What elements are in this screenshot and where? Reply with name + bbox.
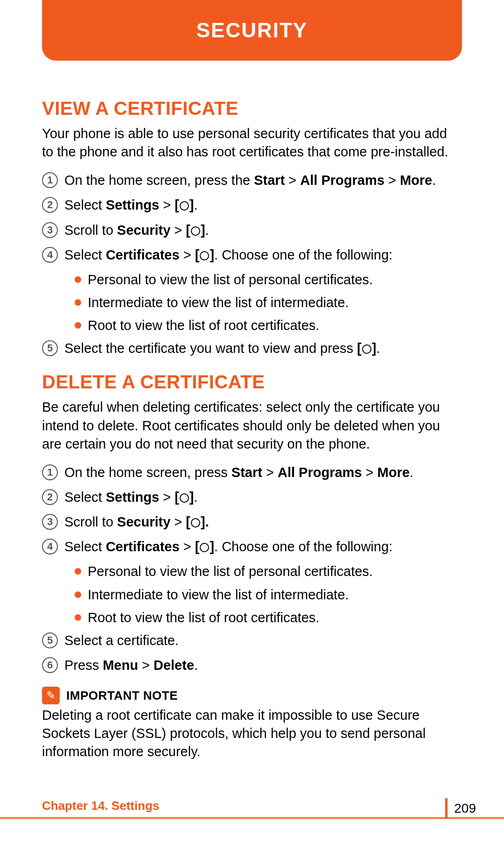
page-number: 209 bbox=[454, 801, 476, 816]
bullet-icon bbox=[75, 322, 81, 329]
t: . Choose one of the following: bbox=[214, 247, 392, 262]
section-heading-view-cert: VIEW A CERTIFICATE bbox=[42, 98, 462, 119]
s2-step-3: 3 Scroll to Security > []. bbox=[42, 513, 462, 531]
step-text: Select Certificates > []. Choose one of … bbox=[64, 246, 392, 264]
bullet-icon bbox=[75, 614, 81, 621]
s2-step-2: 2 Select Settings > []. bbox=[42, 488, 462, 506]
t: Root to view the list of root certificat… bbox=[88, 609, 319, 627]
t: . bbox=[194, 197, 197, 212]
bullet-icon bbox=[75, 276, 81, 283]
t: > bbox=[138, 658, 154, 673]
t: Select bbox=[64, 490, 106, 505]
ok-button-icon bbox=[200, 251, 209, 260]
t: All Programs bbox=[278, 465, 362, 480]
t: > bbox=[180, 539, 195, 554]
t: > bbox=[362, 465, 377, 480]
t: More bbox=[400, 173, 432, 188]
pencil-icon: ✎ bbox=[42, 687, 60, 704]
ok-button-icon bbox=[191, 518, 200, 527]
step-number-icon: 5 bbox=[42, 632, 58, 648]
t: Intermediate to view the list of interme… bbox=[88, 294, 349, 312]
step-text: On the home screen, press the Start > Al… bbox=[64, 171, 436, 190]
t: . Choose one of the following: bbox=[214, 539, 392, 554]
t: [ bbox=[175, 490, 179, 505]
footer-divider-icon bbox=[445, 798, 448, 819]
t: ] bbox=[201, 223, 205, 238]
t: Personal to view the list of personal ce… bbox=[88, 562, 373, 581]
page-title: SECURITY bbox=[196, 19, 308, 42]
s1-step-1: 1 On the home screen, press the Start > … bbox=[42, 171, 462, 190]
list-item: Root to view the list of root certificat… bbox=[75, 316, 462, 335]
t: Security bbox=[117, 223, 170, 238]
step-number-icon: 1 bbox=[42, 464, 58, 480]
t: . bbox=[205, 223, 209, 238]
t: > bbox=[170, 514, 186, 529]
t: [ bbox=[175, 197, 179, 212]
t: Select bbox=[64, 247, 106, 262]
ok-button-icon bbox=[180, 493, 189, 503]
step-number-icon: 3 bbox=[42, 222, 58, 238]
t: Root to view the list of root certificat… bbox=[88, 316, 319, 335]
step-number-icon: 4 bbox=[42, 247, 58, 263]
important-note: ✎ IMPORTANT NOTE Deleting a root certifi… bbox=[42, 687, 462, 761]
s2-step-4-sublist: Personal to view the list of personal ce… bbox=[75, 562, 462, 626]
ok-button-icon bbox=[362, 344, 371, 354]
s1-step-5: 5 Select the certificate you want to vie… bbox=[42, 339, 462, 358]
step-text: On the home screen, press Start > All Pr… bbox=[64, 464, 413, 482]
t: Scroll to bbox=[64, 514, 117, 529]
t: Personal to view the list of personal ce… bbox=[88, 271, 373, 289]
footer-rule bbox=[0, 817, 504, 819]
t: > bbox=[285, 173, 300, 188]
t: Menu bbox=[103, 658, 138, 673]
step-number-icon: 2 bbox=[42, 197, 58, 213]
t: Certificates bbox=[106, 247, 180, 262]
t: [ bbox=[357, 341, 362, 356]
t: ] bbox=[210, 247, 214, 262]
t: All Programs bbox=[300, 173, 385, 188]
t: Select bbox=[64, 197, 106, 212]
t: > bbox=[170, 223, 186, 238]
s2-step-5: 5 Select a certificate. bbox=[42, 632, 462, 650]
t: [ bbox=[186, 223, 190, 238]
step-text: Select Settings > []. bbox=[64, 196, 198, 214]
t: Start bbox=[254, 173, 285, 188]
t: > bbox=[159, 197, 175, 212]
note-header: ✎ IMPORTANT NOTE bbox=[42, 687, 462, 704]
step-number-icon: 2 bbox=[42, 489, 58, 505]
step-text: Select a certificate. bbox=[64, 632, 179, 650]
step-number-icon: 1 bbox=[42, 172, 58, 188]
page-footer: Chapter 14. Settings 209 bbox=[0, 798, 504, 819]
t: Certificates bbox=[106, 539, 180, 554]
t: [ bbox=[195, 247, 200, 262]
s2-step-6: 6 Press Menu > Delete. bbox=[42, 656, 462, 674]
s1-step-3: 3 Scroll to Security > []. bbox=[42, 221, 462, 239]
step-text: Scroll to Security > []. bbox=[64, 221, 209, 239]
step-text: Scroll to Security > []. bbox=[64, 513, 209, 531]
t: > bbox=[180, 247, 195, 262]
section2-intro: Be careful when deleting certificates: s… bbox=[42, 398, 462, 453]
list-item: Personal to view the list of personal ce… bbox=[75, 271, 462, 289]
ok-button-icon bbox=[200, 543, 209, 552]
s1-step-2: 2 Select Settings > []. bbox=[42, 196, 462, 214]
t: > bbox=[262, 465, 278, 480]
s1-step-4: 4 Select Certificates > []. Choose one o… bbox=[42, 246, 462, 264]
t: Delete bbox=[154, 658, 194, 673]
t: . bbox=[432, 173, 436, 188]
content-area: VIEW A CERTIFICATE Your phone is able to… bbox=[42, 84, 462, 761]
chapter-label: Chapter 14. Settings bbox=[42, 799, 159, 813]
step-number-icon: 6 bbox=[42, 657, 58, 673]
ok-button-icon bbox=[180, 201, 189, 211]
list-item: Personal to view the list of personal ce… bbox=[75, 562, 462, 581]
bullet-icon bbox=[75, 568, 81, 575]
step-text: Select the certificate you want to view … bbox=[64, 339, 380, 358]
t: Press bbox=[64, 658, 103, 673]
step-text: Select Certificates > []. Choose one of … bbox=[64, 538, 392, 556]
t: Select bbox=[64, 539, 106, 554]
list-item: Root to view the list of root certificat… bbox=[75, 609, 462, 627]
ok-button-icon bbox=[191, 226, 200, 236]
t: On the home screen, press bbox=[64, 465, 231, 480]
t: ]. bbox=[201, 514, 209, 529]
bullet-icon bbox=[75, 299, 81, 306]
t: . bbox=[376, 341, 380, 356]
t: [ bbox=[186, 514, 190, 529]
